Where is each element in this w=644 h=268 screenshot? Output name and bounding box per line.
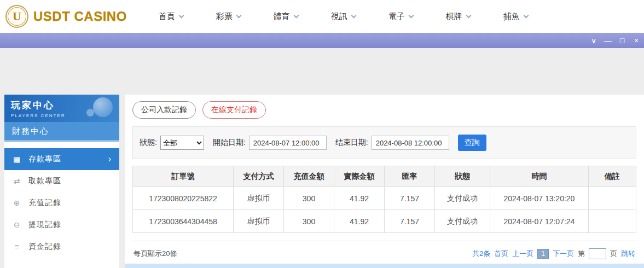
tab-company-deposit-record[interactable]: 公司入款記錄 bbox=[132, 101, 196, 119]
sidebar-title: 玩家中心 bbox=[11, 99, 113, 112]
start-date-label: 開始日期: bbox=[213, 138, 246, 148]
table-header-row: 訂單號 支付方式 充值金額 實際金額 匯率 狀態 時間 備註 bbox=[133, 166, 636, 187]
sidebar-item-label: 取款專區 bbox=[28, 176, 61, 186]
current-page-badge: 1 bbox=[537, 249, 549, 259]
sidebar-item-withdraw[interactable]: ⇄ 取款專區 bbox=[4, 170, 119, 192]
col-time: 時間 bbox=[490, 166, 588, 187]
status-select[interactable]: 全部 bbox=[160, 136, 204, 150]
cell-pay-method: 虚拟币 bbox=[234, 210, 284, 233]
col-order-no: 訂單號 bbox=[133, 166, 234, 187]
cell-order-no: 1723008020225822 bbox=[133, 187, 234, 210]
minimize-icon[interactable]: — bbox=[602, 33, 614, 48]
close-icon[interactable]: × bbox=[630, 33, 642, 48]
sidebar-menu: ▦ 存款專區 › ⇄ 取款專區 ⊕ 充值記錄 ⊖ 提現記錄 ≡ bbox=[4, 148, 119, 258]
cell-time: 2024-08-07 12:07:24 bbox=[490, 210, 588, 233]
collapse-icon[interactable]: ∨ bbox=[588, 33, 600, 48]
chevron-down-icon bbox=[178, 13, 184, 18]
jump-go-link[interactable]: 跳转 bbox=[621, 249, 635, 259]
table-row: 1723003644304458 虚拟币 300 41.92 7.157 支付成… bbox=[133, 210, 636, 233]
chevron-down-icon bbox=[293, 13, 299, 18]
first-page-link[interactable]: 首页 bbox=[494, 249, 508, 259]
end-date-label: 结束日期: bbox=[335, 138, 368, 148]
cell-actual-amount: 41.92 bbox=[334, 187, 385, 210]
cell-time: 2024-08-07 13:20:20 bbox=[490, 187, 588, 210]
brand-logo[interactable]: U USDT CASINO bbox=[5, 5, 127, 28]
cell-amount: 300 bbox=[284, 187, 334, 210]
cell-remark bbox=[588, 210, 636, 233]
usdt-coin-icon: U bbox=[5, 5, 28, 28]
content-panel: 公司入款記錄 在線支付記錄 狀態: 全部 開始日期: 结束日期: 查詢 bbox=[125, 95, 644, 268]
nav-item-cards[interactable]: 棋牌 bbox=[446, 11, 471, 22]
chevron-down-icon bbox=[351, 13, 356, 18]
sidebar-item-funds-record[interactable]: ≡ 資金記錄 bbox=[4, 236, 119, 258]
search-button[interactable]: 查詢 bbox=[458, 135, 486, 151]
top-header: U USDT CASINO 首頁 彩票 體育 視訊 電子 棋牌 捕魚 bbox=[0, 0, 644, 33]
cell-rate: 7.157 bbox=[385, 210, 435, 233]
jump-label-pre: 第 bbox=[578, 249, 585, 259]
brand-text: USDT CASINO bbox=[33, 9, 127, 24]
maximize-icon[interactable]: □ bbox=[616, 33, 628, 48]
logo-letter: U bbox=[13, 9, 21, 24]
nav-label: 首頁 bbox=[159, 11, 175, 22]
main-nav: 首頁 彩票 體育 視訊 電子 棋牌 捕魚 bbox=[159, 11, 561, 22]
prev-page-link[interactable]: 上一页 bbox=[512, 249, 533, 259]
col-pay-method: 支付方式 bbox=[234, 166, 284, 187]
nav-label: 捕魚 bbox=[503, 11, 520, 22]
nav-item-lottery[interactable]: 彩票 bbox=[216, 11, 241, 22]
cell-rate: 7.157 bbox=[385, 187, 435, 210]
start-date-input[interactable] bbox=[249, 136, 327, 150]
nav-item-home[interactable]: 首頁 bbox=[159, 11, 183, 22]
nav-item-fishing[interactable]: 捕魚 bbox=[503, 11, 528, 22]
jump-page-input[interactable] bbox=[589, 248, 606, 259]
main-region: 玩家中心 PLAYERS CENTER 財務中心 ▦ 存款專區 › ⇄ 取款專區… bbox=[0, 95, 644, 268]
recharge-record-icon: ⊕ bbox=[12, 199, 22, 207]
cell-order-no: 1723003644304458 bbox=[133, 210, 234, 233]
sidebar-item-label: 資金記錄 bbox=[28, 242, 61, 252]
cell-actual-amount: 41.92 bbox=[334, 210, 385, 233]
chevron-down-icon bbox=[236, 13, 241, 18]
cell-pay-method: 虚拟币 bbox=[234, 187, 284, 210]
sidebar-item-label: 存款專區 bbox=[28, 154, 61, 164]
col-rate: 匯率 bbox=[385, 166, 435, 187]
players-center-banner: 玩家中心 PLAYERS CENTER bbox=[4, 95, 119, 122]
record-tabs: 公司入款記錄 在線支付記錄 bbox=[132, 101, 636, 119]
cell-remark bbox=[588, 187, 636, 210]
window-title-bar: ∨ — □ × bbox=[0, 33, 644, 48]
table-footer: 每頁顯示20條 共2条 首页 上一页 1 下一页 第 页 跳转 bbox=[132, 241, 636, 259]
sidebar-item-recharge-record[interactable]: ⊕ 充值記錄 bbox=[4, 192, 119, 214]
cell-amount: 300 bbox=[284, 210, 334, 233]
sidebar-item-deposit[interactable]: ▦ 存款專區 › bbox=[4, 148, 119, 170]
page-size-text: 每頁顯示20條 bbox=[134, 249, 177, 259]
cell-status: 支付成功 bbox=[435, 210, 490, 233]
status-label: 狀態: bbox=[140, 138, 157, 148]
table-row: 1723008020225822 虚拟币 300 41.92 7.157 支付成… bbox=[133, 187, 636, 210]
window-controls: ∨ — □ × bbox=[588, 33, 642, 48]
chevron-right-icon: › bbox=[108, 154, 112, 164]
chevron-down-icon bbox=[523, 13, 529, 18]
bottom-strip bbox=[125, 264, 644, 268]
payment-records-table: 訂單號 支付方式 充值金額 實際金額 匯率 狀態 時間 備註 172300802… bbox=[132, 166, 636, 233]
nav-label: 體育 bbox=[274, 11, 290, 22]
total-count: 共2条 bbox=[472, 249, 490, 259]
sidebar-section-finance: 財務中心 bbox=[4, 122, 119, 142]
col-status: 狀態 bbox=[435, 166, 490, 187]
deposit-card-icon: ▦ bbox=[12, 155, 22, 164]
chevron-down-icon bbox=[466, 13, 471, 18]
end-date-input[interactable] bbox=[372, 136, 449, 150]
nav-label: 視訊 bbox=[331, 11, 347, 22]
sidebar-subtitle: PLAYERS CENTER bbox=[11, 113, 113, 118]
sidebar-item-label: 提現記錄 bbox=[28, 220, 61, 230]
nav-label: 電子 bbox=[388, 11, 405, 22]
filter-bar: 狀態: 全部 開始日期: 结束日期: 查詢 bbox=[132, 126, 636, 159]
next-page-link[interactable]: 下一页 bbox=[553, 249, 574, 259]
nav-item-sports[interactable]: 體育 bbox=[274, 11, 298, 22]
col-actual-amount: 實際金額 bbox=[334, 166, 385, 187]
sidebar-item-withdraw-record[interactable]: ⊖ 提現記錄 bbox=[4, 214, 119, 236]
nav-label: 棋牌 bbox=[446, 11, 462, 22]
nav-item-slots[interactable]: 電子 bbox=[388, 11, 413, 22]
tab-online-payment-record[interactable]: 在線支付記錄 bbox=[202, 101, 266, 119]
col-remark: 備註 bbox=[588, 166, 636, 187]
jump-label-post: 页 bbox=[610, 249, 617, 259]
nav-item-live[interactable]: 視訊 bbox=[331, 11, 356, 22]
withdraw-record-icon: ⊖ bbox=[12, 220, 22, 229]
